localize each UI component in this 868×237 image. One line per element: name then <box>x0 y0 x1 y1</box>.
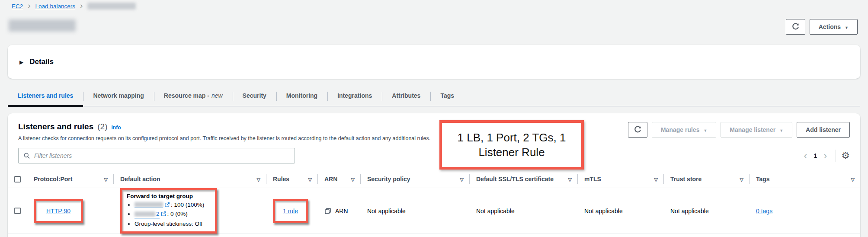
col-trust-store[interactable]: Trust store <box>663 170 749 188</box>
new-badge: new <box>211 92 223 99</box>
filter-row: 1 <box>8 148 860 163</box>
tab-resource-map[interactable]: Resource map -new <box>154 86 233 106</box>
redacted-text <box>135 202 163 207</box>
cell-trust-store: Not applicable <box>663 188 749 234</box>
sort-icon <box>460 176 464 183</box>
tab-attributes[interactable]: Attributes <box>382 86 430 106</box>
col-mtls[interactable]: mTLS <box>577 170 663 188</box>
next-page-button[interactable] <box>820 151 830 160</box>
listeners-table: Protocol:Port Default action Rules ARN S… <box>8 170 860 234</box>
sort-icon <box>851 176 855 183</box>
sort-icon <box>308 176 312 183</box>
col-protocol-port[interactable]: Protocol:Port <box>27 170 113 188</box>
default-action-heading: Forward to target group <box>127 193 210 199</box>
panel-title: Listeners and rules <box>18 122 93 131</box>
table-refresh-button[interactable] <box>628 122 647 138</box>
stickiness-item: Group-level stickiness: Off <box>135 220 210 227</box>
col-ssl-certificate[interactable]: Default SSL/TLS certificate <box>469 170 577 188</box>
sort-icon <box>351 176 355 183</box>
chevron-right-icon <box>80 3 83 10</box>
tags-link[interactable]: 0 tags <box>756 208 772 215</box>
search-icon <box>23 152 30 159</box>
cell-protocol-port: HTTP:90 <box>27 188 113 234</box>
divider <box>836 150 836 162</box>
col-default-action[interactable]: Default action <box>113 170 266 188</box>
redacted-text <box>135 211 155 217</box>
rules-link[interactable]: 1 rule <box>283 208 298 215</box>
refresh-icon <box>791 23 800 31</box>
col-rules[interactable]: Rules <box>266 170 317 188</box>
breadcrumb-load-balancers[interactable]: Load balancers <box>35 3 75 10</box>
chevron-down-icon <box>845 23 849 30</box>
chevron-down-icon <box>779 126 783 133</box>
details-label: Details <box>29 58 54 66</box>
annotation-callout: 1 LB, 1 Port, 2 TGs, 1 Listener Rule <box>439 120 584 170</box>
preferences-gear-icon[interactable] <box>841 150 850 161</box>
copy-icon <box>324 208 331 215</box>
page-actions: Actions <box>786 19 858 35</box>
row-checkbox[interactable] <box>14 208 21 214</box>
refresh-icon <box>634 126 642 134</box>
breadcrumb-ec2[interactable]: EC2 <box>12 3 23 10</box>
external-link-icon <box>164 202 170 208</box>
panel-toolbar: Manage rules Manage listener Add listene… <box>628 122 850 141</box>
select-all-checkbox[interactable] <box>14 176 21 183</box>
target-group-item: : 100 (100%) <box>135 201 210 208</box>
cell-ssl-certificate: Not applicable <box>469 188 577 234</box>
external-link-icon <box>161 211 167 217</box>
col-tags[interactable]: Tags <box>749 170 860 188</box>
tab-security[interactable]: Security <box>233 86 276 106</box>
target-group-link-redacted[interactable] <box>135 202 163 208</box>
sort-icon <box>104 176 108 183</box>
listeners-panel: 1 LB, 1 Port, 2 TGs, 1 Listener Rule Lis… <box>8 113 860 237</box>
previous-page-button[interactable] <box>800 151 810 160</box>
target-group-name-suffix: 2 <box>156 210 160 218</box>
details-expander[interactable]: Details <box>8 45 860 79</box>
tab-monitoring[interactable]: Monitoring <box>276 86 327 106</box>
pagination: 1 <box>800 150 850 162</box>
actions-button[interactable]: Actions <box>810 19 858 35</box>
sort-icon <box>654 176 658 183</box>
panel-count: (2) <box>97 122 107 131</box>
filter-listeners-box[interactable] <box>18 148 295 163</box>
manage-rules-button: Manage rules <box>652 122 716 138</box>
breadcrumb-current-redacted <box>87 3 136 10</box>
cell-mtls: Not applicable <box>577 188 663 234</box>
cell-tags: 0 tags <box>749 188 860 234</box>
tab-listeners-and-rules[interactable]: Listeners and rules <box>8 86 83 106</box>
chevron-right-icon <box>28 3 30 10</box>
actions-button-label: Actions <box>819 23 841 30</box>
tab-tags[interactable]: Tags <box>430 86 464 106</box>
cell-security-policy: Not applicable <box>360 188 469 234</box>
listener-row: HTTP:90 Forward to target group : 100 (1… <box>8 188 860 234</box>
col-arn[interactable]: ARN <box>317 170 360 188</box>
chevron-down-icon <box>703 126 707 133</box>
target-group-weight: : 0 (0%) <box>167 211 188 217</box>
manage-listener-button: Manage listener <box>721 122 792 138</box>
cell-default-action: Forward to target group : 100 (100%) 2: … <box>113 188 266 234</box>
panel-header: Listeners and rules (2) Info A listener … <box>8 113 860 141</box>
refresh-button[interactable] <box>786 19 805 35</box>
listener-protocol-link[interactable]: HTTP:90 <box>46 208 70 215</box>
page-title-redacted <box>9 19 76 32</box>
highlight-box-rules: 1 rule <box>273 199 308 223</box>
sort-icon <box>257 176 260 183</box>
cell-rules: 1 rule <box>266 188 317 234</box>
arn-label: ARN <box>335 208 348 215</box>
info-link[interactable]: Info <box>111 125 121 131</box>
target-group-weight: : 100 (100%) <box>171 202 204 208</box>
table-header-row: Protocol:Port Default action Rules ARN S… <box>8 170 860 188</box>
panel-description: A listener checks for connection request… <box>18 135 430 141</box>
highlight-box-protocol: HTTP:90 <box>34 199 83 223</box>
cell-arn: ARN <box>317 188 360 234</box>
tab-integrations[interactable]: Integrations <box>327 86 382 106</box>
sort-icon <box>740 176 743 183</box>
target-group-link-redacted[interactable]: 2 <box>135 210 160 218</box>
add-listener-button[interactable]: Add listener <box>797 122 850 138</box>
tab-network-mapping[interactable]: Network mapping <box>83 86 154 106</box>
page-number[interactable]: 1 <box>810 152 820 159</box>
expand-triangle-icon <box>19 58 23 66</box>
col-security-policy[interactable]: Security policy <box>360 170 469 188</box>
filter-listeners-input[interactable] <box>34 152 290 159</box>
copy-arn-button[interactable] <box>324 208 331 215</box>
